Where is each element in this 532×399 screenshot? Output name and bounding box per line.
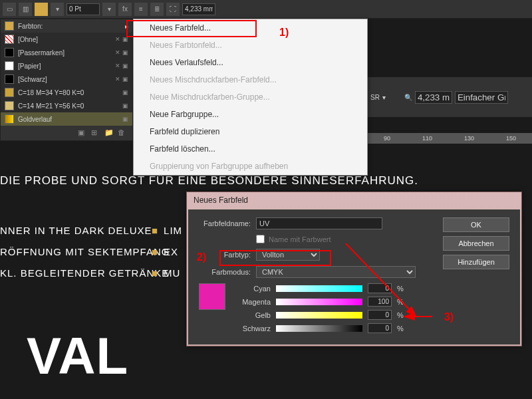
menu-item[interactable]: Farbfeld duplizieren — [134, 123, 367, 140]
dropdown-icon[interactable]: ▸ — [125, 23, 128, 30]
dropdown-icon[interactable]: ▾ — [382, 94, 386, 101]
annotation-1: 1) — [279, 27, 289, 39]
swatch-name-input[interactable] — [256, 217, 382, 229]
cancel-button[interactable]: Abbrechen — [443, 236, 509, 251]
swatch-row[interactable]: [Ohne] ✕ ▣ — [1, 33, 132, 46]
swatches-header: Farbton: ▸ — [1, 19, 132, 33]
color-preview — [199, 283, 225, 310]
swatch-context-menu: Neues Farbfeld...Neues Farbtonfeld...Neu… — [133, 19, 368, 176]
doc-line: RÖFFNUNG MIT SEKTEMPFANG — [0, 246, 170, 257]
tint-label: Farbton: — [18, 23, 43, 30]
annotation-3: 3) — [444, 311, 454, 323]
slider-label: Magenta — [235, 298, 271, 306]
doc-bullet: ■EX — [152, 246, 178, 257]
right-toolbar: SR ▾ 🔍 — [368, 77, 532, 117]
transform-icon[interactable]: ⛶ — [166, 3, 180, 16]
dialog-title: Neues Farbfeld — [187, 192, 521, 208]
menu-item[interactable]: Neue Farbgruppe... — [134, 106, 367, 123]
annotation-arrow — [286, 239, 439, 326]
swatch-chip-icon — [5, 101, 14, 110]
swatch-chip-icon — [5, 114, 14, 124]
new-group-icon[interactable]: ▣ — [78, 128, 87, 138]
swatch-name: [Schwarz] — [18, 76, 111, 83]
swatch-type-icon: ✕ ▣ — [115, 36, 128, 43]
swatch-row[interactable]: [Passermarken] ✕ ▣ — [1, 46, 132, 59]
ruler-tick: 130 — [464, 135, 474, 142]
type-label: Farbtyp: — [199, 251, 251, 259]
swatch-name: C=18 M=34 Y=80 K=0 — [18, 89, 118, 96]
doc-line: KL. BEGLEITENDER GETRÄNKE — [0, 267, 169, 279]
dropdown-icon[interactable]: ▾ — [51, 3, 64, 16]
new-swatch-icon[interactable]: ⊞ — [91, 128, 100, 138]
tool-icon[interactable]: ▥ — [19, 3, 32, 16]
swatch-type-icon: ▣ — [122, 102, 128, 109]
preset-input[interactable] — [455, 91, 508, 104]
menu-item[interactable]: Farbfeld löschen... — [134, 140, 367, 158]
swatch-name: C=14 M=21 Y=56 K=0 — [18, 102, 118, 110]
swatches-panel: Farbton: ▸ [Ohne] ✕ ▣ [Passermarken] ✕ ▣… — [0, 19, 133, 141]
top-toolbar: ▭ ▥ ▾ ▾ fx ≡ ≣ ⛶ — [0, 0, 532, 19]
doc-headline: VAL — [27, 326, 128, 386]
doc-line: NNER IN THE DARK DELUXE — [0, 225, 152, 236]
name-with-value-checkbox[interactable] — [256, 235, 265, 243]
swatch-type-icon: ✕ ▣ — [115, 49, 128, 56]
tool-icon[interactable]: ▭ — [3, 3, 16, 16]
menu-item: Neues Mischdruckfarben-Farbfeld... — [134, 71, 367, 88]
stroke-weight-input[interactable] — [66, 3, 100, 15]
swatch-row[interactable]: [Schwarz] ✕ ▣ — [1, 72, 132, 86]
slider-label: Cyan — [235, 285, 271, 293]
swatch-chip-icon — [5, 35, 14, 44]
svg-line-0 — [346, 243, 416, 317]
ok-button[interactable]: OK — [443, 217, 509, 232]
size-input-2[interactable] — [415, 91, 452, 104]
slider-label: Schwarz — [235, 325, 271, 332]
fx-icon[interactable]: fx — [118, 3, 132, 16]
menu-item[interactable]: Neues Verlaufsfeld... — [134, 54, 367, 71]
swatch-row[interactable]: Goldverlauf ▣ — [1, 112, 132, 126]
swatch-name: [Papier] — [18, 63, 111, 70]
swatch-name: Goldverlauf — [18, 116, 118, 123]
menu-item: Neue Mischdruckfarben-Gruppe... — [134, 88, 367, 106]
swatch-chip-icon — [5, 88, 14, 97]
dropdown-icon[interactable]: ▾ — [102, 3, 116, 16]
annotation-2: 2) — [197, 251, 206, 263]
swatch-type-icon: ▣ — [122, 89, 128, 96]
menu-item[interactable]: Neues Farbfeld... — [134, 19, 367, 37]
swatch-name: [Passermarken] — [18, 49, 111, 57]
add-button[interactable]: Hinzufügen — [443, 255, 509, 269]
doc-line: DIE PROBE UND SORGT FÜR EINE BESONDERE S… — [0, 174, 418, 188]
doc-bullet: ■LIM — [152, 225, 182, 236]
swatch-row[interactable]: C=18 M=34 Y=80 K=0 ▣ — [1, 86, 132, 99]
ruler-tick: 90 — [384, 135, 390, 142]
swatch-chip-icon — [5, 48, 14, 57]
color-chip-icon[interactable] — [35, 3, 48, 16]
swatch-chip-icon — [5, 61, 14, 70]
slider-track[interactable] — [276, 325, 362, 332]
align-icon[interactable]: ≣ — [150, 3, 164, 16]
swatches-footer: ▣ ⊞ 📁 🗑 — [1, 126, 132, 140]
slider-label: Gelb — [235, 311, 271, 319]
folder-icon[interactable]: 📁 — [104, 128, 114, 138]
fill-chip-icon[interactable] — [5, 21, 14, 31]
ruler: 90 110 130 150 — [368, 133, 532, 144]
swatch-row[interactable]: [Papier] ✕ ▣ — [1, 59, 132, 72]
doc-bullet: ■MU — [152, 267, 180, 279]
swatch-name: [Ohne] — [18, 36, 111, 43]
align-icon[interactable]: ≡ — [134, 3, 148, 16]
mode-label: Farbmodus: — [199, 268, 251, 276]
swatch-row[interactable]: C=14 M=21 Y=56 K=0 ▣ — [1, 99, 132, 112]
swatch-type-icon: ▣ — [122, 116, 128, 122]
search-icon[interactable]: 🔍 — [404, 94, 412, 101]
menu-item: Neues Farbtonfeld... — [134, 37, 367, 54]
menu-item: Gruppierung von Farbgruppe aufheben — [134, 158, 367, 175]
ruler-tick: 150 — [506, 135, 516, 142]
swatch-type-icon: ✕ ▣ — [115, 76, 128, 82]
name-label: Farbfeldname: — [199, 219, 251, 227]
trash-icon[interactable]: 🗑 — [118, 128, 127, 138]
ruler-tick: 110 — [422, 135, 432, 142]
sr-label: SR — [370, 94, 380, 101]
size-input[interactable] — [182, 3, 215, 15]
swatch-chip-icon — [5, 74, 14, 84]
swatch-type-icon: ✕ ▣ — [115, 63, 128, 69]
